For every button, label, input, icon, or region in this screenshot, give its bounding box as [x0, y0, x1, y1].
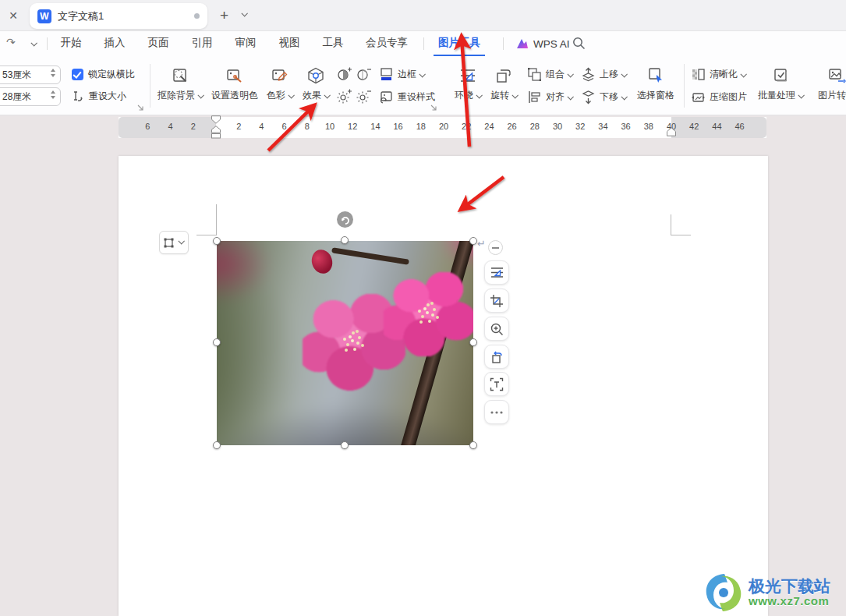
ruler-left-margin-zone: [119, 117, 216, 138]
lock-aspect-label: 锁定纵横比: [88, 68, 135, 81]
float-rotate-button[interactable]: [484, 345, 509, 369]
ruler-number: 30: [553, 122, 562, 131]
close-icon[interactable]: ✕: [5, 7, 22, 24]
float-wrap-text-button[interactable]: [484, 260, 509, 285]
undo-redo-chevron-icon[interactable]: [30, 40, 37, 46]
wps-ai-icon: [516, 38, 529, 49]
size-dialog-launcher-icon[interactable]: [137, 104, 144, 112]
picture-convert-button[interactable]: 图片转换: [811, 65, 846, 102]
rotate-button[interactable]: 旋转: [486, 65, 522, 102]
margin-mark: [671, 235, 691, 235]
redo-icon[interactable]: ↷: [6, 36, 16, 48]
remove-background-label: 抠除背景: [158, 90, 195, 101]
align-label: 对齐: [546, 91, 565, 102]
height-field[interactable]: 28厘米: [0, 87, 61, 106]
tab-picture-tools[interactable]: 图片工具: [434, 31, 485, 56]
title-bar: ✕ W 文字文稿1 +: [0, 0, 846, 31]
effects-button[interactable]: 效果: [298, 65, 334, 102]
border-button[interactable]: 边框: [379, 65, 424, 83]
wrap-text-button[interactable]: 环绕: [450, 65, 486, 102]
tab-page[interactable]: 页面: [139, 31, 178, 56]
group-icon: [527, 67, 542, 82]
ruler-number: 28: [530, 122, 540, 131]
adjust-dialog-launcher-icon[interactable]: [430, 104, 437, 112]
color-button[interactable]: 色彩: [262, 65, 298, 102]
width-field[interactable]: 53厘米: [0, 65, 61, 84]
color-icon: [270, 65, 290, 86]
tab-review[interactable]: 审阅: [226, 31, 265, 56]
selection-pane-button[interactable]: 选择窗格: [632, 65, 679, 102]
chevron-down-icon: [621, 94, 627, 100]
wrap-text-label: 环绕: [455, 90, 473, 101]
layout-options-button[interactable]: [159, 231, 189, 254]
float-zoom-button[interactable]: [484, 317, 509, 341]
brightness-decrease-icon[interactable]: [356, 89, 371, 104]
tab-home[interactable]: 开始: [51, 31, 90, 56]
reset-style-icon: [379, 90, 394, 104]
checkbox-checked-icon: [72, 69, 83, 80]
tab-member[interactable]: 会员专享: [357, 31, 416, 56]
group-button[interactable]: 组合: [527, 65, 572, 83]
chevron-down-icon: [288, 92, 294, 98]
collapse-toolbar-button[interactable]: [488, 240, 503, 255]
compress-button[interactable]: 压缩图片: [691, 88, 747, 105]
border-label: 边框: [398, 69, 416, 80]
ruler-number: 2: [191, 122, 196, 131]
move-up-label: 上移: [600, 69, 618, 80]
wrap-text-icon: [458, 65, 478, 86]
reset-size-button[interactable]: 重设大小: [72, 90, 126, 103]
tab-list-chevron-icon[interactable]: [241, 10, 247, 16]
rotate-handle[interactable]: [337, 211, 353, 228]
wps-ai-button[interactable]: WPS AI: [516, 31, 570, 56]
resize-handle-middle-right[interactable]: [469, 338, 477, 346]
chevron-down-icon: [511, 92, 518, 98]
height-stepper[interactable]: [51, 90, 55, 99]
move-down-button[interactable]: 下移: [581, 88, 626, 105]
resize-handle-bottom-right[interactable]: [469, 441, 477, 449]
ruler-number: 34: [598, 122, 607, 131]
brightness-increase-icon[interactable]: [337, 89, 352, 104]
move-down-label: 下移: [600, 91, 618, 102]
float-extract-text-button[interactable]: [484, 372, 509, 396]
batch-process-label: 批量处理: [758, 90, 795, 101]
document-tab[interactable]: W 文字文稿1: [30, 3, 207, 29]
right-indent-marker[interactable]: [666, 127, 677, 136]
tab-insert[interactable]: 插入: [95, 31, 134, 56]
tab-tools[interactable]: 工具: [313, 31, 352, 56]
resize-handle-top-center[interactable]: [341, 236, 349, 244]
set-transparent-button[interactable]: 设置透明色: [207, 65, 262, 102]
contrast-increase-icon[interactable]: [337, 67, 352, 82]
wps-writer-icon: W: [37, 9, 51, 23]
divider: [150, 64, 150, 108]
resize-handle-middle-left[interactable]: [213, 338, 221, 346]
width-stepper[interactable]: [51, 69, 55, 77]
height-value: 28厘米: [2, 90, 31, 104]
batch-process-button[interactable]: 批量处理: [753, 65, 808, 102]
hanging-indent-marker[interactable]: [211, 126, 221, 139]
new-tab-button[interactable]: +: [220, 7, 228, 24]
remove-background-button[interactable]: 抠除背景: [153, 65, 207, 102]
search-icon[interactable]: [572, 37, 586, 50]
resize-handle-bottom-left[interactable]: [213, 441, 221, 449]
width-value: 53厘米: [2, 69, 31, 82]
wps-ai-label: WPS AI: [533, 38, 570, 50]
float-crop-button[interactable]: [484, 289, 509, 313]
selected-image-plum-blossoms[interactable]: [217, 241, 473, 445]
reset-style-button[interactable]: 重设样式: [379, 88, 435, 105]
resize-handle-top-left[interactable]: [213, 237, 221, 245]
lock-aspect-checkbox[interactable]: 锁定纵横比: [72, 68, 135, 81]
resize-handle-top-right[interactable]: [469, 237, 477, 245]
tab-view[interactable]: 视图: [270, 31, 309, 56]
ruler-number: 6: [282, 122, 287, 131]
ruler-number: 14: [370, 122, 380, 131]
margin-mark: [216, 204, 217, 235]
float-more-button[interactable]: [484, 400, 509, 424]
contrast-decrease-icon[interactable]: [356, 67, 371, 82]
tab-reference[interactable]: 引用: [182, 31, 221, 56]
align-button[interactable]: 对齐: [527, 88, 572, 105]
first-line-indent-marker[interactable]: [211, 115, 221, 124]
clarify-button[interactable]: 清晰化: [691, 65, 745, 83]
chevron-down-icon: [567, 94, 573, 100]
move-up-button[interactable]: 上移: [581, 65, 626, 83]
resize-handle-bottom-center[interactable]: [341, 441, 349, 449]
